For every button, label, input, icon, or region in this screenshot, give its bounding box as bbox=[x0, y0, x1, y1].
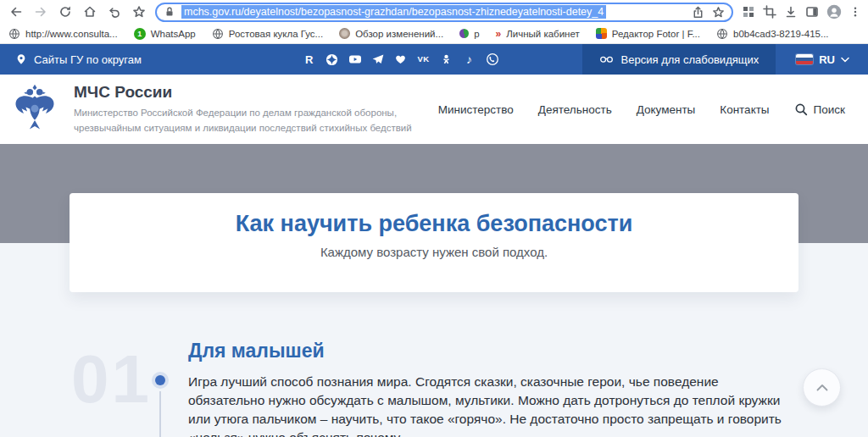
nav-item-dokumenty[interactable]: Документы bbox=[637, 103, 696, 116]
timeline-dot bbox=[155, 375, 165, 385]
page-content: Как научить ребенка безопасности Каждому… bbox=[0, 144, 868, 437]
sidebar-toggle-icon[interactable] bbox=[805, 5, 819, 19]
bookmark-item[interactable]: » Личный кабинет bbox=[496, 29, 580, 39]
share-icon[interactable] bbox=[692, 6, 704, 19]
address-bar[interactable]: mchs.gov.ru/deyatelnost/bezopasnost-graz… bbox=[155, 3, 733, 22]
site-title: МЧС России bbox=[74, 83, 412, 102]
extensions-grid-icon[interactable] bbox=[742, 5, 755, 19]
vk-icon[interactable]: VK bbox=[417, 53, 431, 66]
toolbar-right-buttons bbox=[742, 4, 861, 19]
bookmark-label: http://www.consulta... bbox=[25, 29, 118, 39]
reload-icon bbox=[58, 5, 72, 19]
bookmark-item[interactable]: b0b4cad3-8219-415... bbox=[716, 28, 829, 40]
section-number: 01 bbox=[71, 346, 152, 413]
home-icon bbox=[83, 5, 97, 19]
profile-avatar[interactable] bbox=[826, 4, 842, 19]
site-header: МЧС России Министерство Российской Федер… bbox=[0, 75, 868, 144]
screen: mchs.gov.ru/deyatelnost/bezopasnost-graz… bbox=[0, 0, 868, 437]
search-label: Поиск bbox=[814, 103, 845, 116]
dzen-icon[interactable] bbox=[326, 53, 339, 66]
chevron-up-icon bbox=[816, 384, 828, 391]
section-title: Для малышей bbox=[188, 340, 783, 362]
globe-icon bbox=[212, 28, 224, 40]
round-site-icon bbox=[339, 28, 350, 39]
bookmark-item[interactable]: Обзор изменений... bbox=[339, 28, 443, 39]
bookmark-star-button[interactable] bbox=[130, 3, 148, 21]
url-text[interactable]: mchs.gov.ru/deyatelnost/bezopasnost-graz… bbox=[181, 5, 606, 19]
rutube-icon[interactable]: R bbox=[303, 53, 316, 66]
timeline-line bbox=[159, 391, 161, 437]
undo-icon bbox=[108, 5, 121, 19]
fotor-color-grid-icon bbox=[596, 28, 607, 39]
bookmark-star-icon bbox=[132, 5, 146, 19]
bookmark-label: WhatsApp bbox=[151, 29, 196, 39]
toolbar-nav-buttons bbox=[7, 3, 148, 21]
undo-button[interactable] bbox=[105, 3, 124, 21]
bookmark-label: Редактор Fotor | F... bbox=[612, 29, 700, 39]
page-subtitle: Каждому возрасту нужен свой подход. bbox=[70, 245, 798, 259]
nav-item-deyatelnost[interactable]: Деятельность bbox=[538, 103, 612, 116]
bookmark-item[interactable]: Ростовая кукла Гус... bbox=[212, 28, 323, 40]
accessibility-version-button[interactable]: Версия для слабовидящих bbox=[582, 44, 776, 75]
site-subtitle: Министерство Российской Федерации по дел… bbox=[74, 106, 412, 136]
russia-flag-icon bbox=[796, 54, 813, 64]
forward-icon bbox=[34, 5, 47, 19]
site-utility-bar: Сайты ГУ по округам R VK ♪ bbox=[0, 44, 868, 75]
bookmarks-bar: http://www.consulta... 1 WhatsApp Ростов… bbox=[0, 24, 868, 44]
menu-dots-icon[interactable] bbox=[849, 5, 861, 19]
bookmark-label: р bbox=[474, 29, 479, 39]
home-button[interactable] bbox=[81, 3, 99, 21]
bookmark-item[interactable]: 1 WhatsApp bbox=[134, 28, 196, 40]
nav-item-ministerstvo[interactable]: Министерство bbox=[438, 103, 514, 116]
telegram-icon[interactable] bbox=[371, 53, 385, 66]
green-badge-icon: 1 bbox=[134, 28, 146, 40]
social-links: R VK ♪ bbox=[303, 53, 499, 66]
site-subtitle-line2: чрезвычайным ситуациям и ликвидации посл… bbox=[74, 121, 412, 136]
back-icon bbox=[9, 5, 23, 19]
accessibility-label: Версия для слабовидящих bbox=[621, 53, 760, 66]
chevron-down-icon bbox=[841, 57, 849, 63]
search-icon bbox=[794, 102, 808, 116]
region-sites-label: Сайты ГУ по округам bbox=[34, 53, 142, 66]
language-selector[interactable]: RU bbox=[776, 53, 868, 66]
globe-icon bbox=[8, 28, 20, 40]
section-text: Игра лучший способ познания мира. Сгодят… bbox=[188, 373, 783, 437]
crop-icon[interactable] bbox=[763, 5, 776, 19]
star-icon[interactable] bbox=[712, 6, 725, 19]
bookmark-item[interactable]: Редактор Fotor | F... bbox=[596, 28, 700, 39]
tiktok-icon[interactable]: ♪ bbox=[463, 53, 476, 66]
language-code: RU bbox=[819, 53, 835, 66]
page-title: Как научить ребенка безопасности bbox=[70, 211, 798, 237]
section-for-toddlers: Для малышей Игра лучший способ познания … bbox=[188, 340, 783, 437]
red-chevrons-icon: » bbox=[496, 29, 502, 39]
main-nav: Министерство Деятельность Документы Конт… bbox=[438, 102, 845, 116]
hero-card: Как научить ребенка безопасности Каждому… bbox=[70, 193, 798, 292]
two-tone-dot-icon bbox=[459, 29, 469, 38]
bookmark-item[interactable]: р bbox=[459, 29, 479, 39]
whatsapp-icon[interactable] bbox=[486, 53, 499, 66]
heart-icon[interactable] bbox=[394, 53, 408, 66]
site-title-block: МЧС России Министерство Российской Федер… bbox=[74, 83, 412, 136]
bookmark-label: Ростовая кукла Гус... bbox=[229, 29, 323, 39]
lock-icon bbox=[164, 6, 175, 18]
location-pin-icon bbox=[15, 53, 27, 66]
scroll-to-top-button[interactable] bbox=[803, 368, 841, 407]
bookmark-label: Личный кабинет bbox=[506, 29, 580, 39]
globe-icon bbox=[716, 28, 728, 40]
back-button[interactable] bbox=[7, 3, 25, 21]
search-button[interactable]: Поиск bbox=[794, 102, 845, 116]
reload-button[interactable] bbox=[56, 3, 75, 21]
browser-toolbar: mchs.gov.ru/deyatelnost/bezopasnost-graz… bbox=[0, 0, 868, 24]
bookmark-label: Обзор изменений... bbox=[355, 29, 443, 39]
forward-button[interactable] bbox=[31, 3, 50, 21]
region-sites-link[interactable]: Сайты ГУ по округам bbox=[0, 53, 142, 66]
bookmark-label: b0b4cad3-8219-415... bbox=[733, 29, 829, 39]
download-icon[interactable] bbox=[784, 5, 798, 19]
mchs-emblem-logo bbox=[13, 83, 57, 136]
site-subtitle-line1: Министерство Российской Федерации по дел… bbox=[74, 106, 412, 121]
bookmark-item[interactable]: http://www.consulta... bbox=[8, 28, 118, 40]
nav-item-kontakty[interactable]: Контакты bbox=[720, 103, 769, 116]
glasses-icon bbox=[599, 53, 614, 66]
odnoklassniki-icon[interactable] bbox=[440, 53, 453, 66]
youtube-icon[interactable] bbox=[348, 53, 362, 66]
